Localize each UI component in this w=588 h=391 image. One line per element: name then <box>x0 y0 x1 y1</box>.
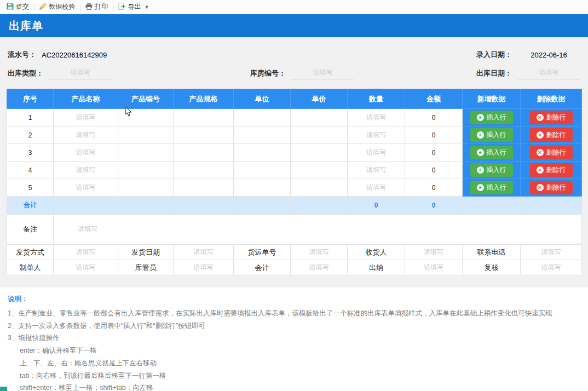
outbound-date-input[interactable]: 请填写 <box>517 68 580 79</box>
freight-no-input[interactable]: 请填写 <box>291 245 348 260</box>
insert-row-button[interactable]: +插入行 <box>470 163 513 177</box>
submit-button[interactable]: 提交 <box>3 1 32 13</box>
reviewer-label: 复核 <box>463 260 521 275</box>
entry-date-field: 录入日期： 2022-06-16 <box>422 50 580 60</box>
table-row: 4 请填写 请填写 0 +插入行 ✕删除行 <box>7 162 582 179</box>
delete-row-button[interactable]: ✕删除行 <box>530 146 573 159</box>
delete-row-label: 删除行 <box>546 113 566 122</box>
amount-cell[interactable]: 0 <box>405 109 463 127</box>
warehouse-no-input[interactable]: 请填写 <box>291 68 354 79</box>
insert-row-button[interactable]: +插入行 <box>470 128 513 142</box>
product-name-cell[interactable]: 请填写 <box>54 144 118 162</box>
validate-button[interactable]: 数据校验 <box>36 1 78 13</box>
instruction-line: 上、下、左、右：顾名思义就是上下左右移动 <box>8 358 580 369</box>
product-name-cell[interactable]: 请填写 <box>54 162 118 179</box>
delete-data-cell: ✕删除行 <box>521 127 582 144</box>
product-name-cell[interactable]: 请填写 <box>54 179 118 197</box>
col-header-product-name: 产品名称 <box>54 89 118 109</box>
reviewer-input[interactable]: 请填写 <box>521 260 582 275</box>
product-spec-cell[interactable] <box>174 127 234 144</box>
phone-input[interactable]: 请填写 <box>521 245 582 260</box>
ship-date-input[interactable]: 请填写 <box>174 245 234 260</box>
delete-row-button[interactable]: ✕删除行 <box>530 128 573 142</box>
product-code-cell[interactable] <box>118 127 174 144</box>
product-spec-cell[interactable] <box>174 179 234 197</box>
export-button[interactable]: 导出 ▼ <box>115 1 152 13</box>
product-spec-cell[interactable] <box>174 162 234 179</box>
cross-icon: ✕ <box>537 131 544 139</box>
outbound-date-field: 出库日期： 请填写 <box>422 68 580 79</box>
unit-price-cell[interactable] <box>291 109 348 127</box>
insert-row-button[interactable]: +插入行 <box>470 146 513 159</box>
consignee-input[interactable]: 请填写 <box>405 245 463 260</box>
title-bar: 出库单 <box>0 14 588 37</box>
product-code-cell[interactable] <box>118 144 174 162</box>
product-code-cell[interactable] <box>118 109 174 127</box>
submit-label: 提交 <box>16 2 29 12</box>
info-table: 发货方式 请填写 发货日期 请填写 货运单号 请填写 收货人 请填写 联系电话 … <box>7 244 582 275</box>
print-button[interactable]: 打印 <box>82 1 111 13</box>
delete-row-label: 删除行 <box>546 165 566 175</box>
validate-icon <box>39 3 47 12</box>
accountant-input[interactable]: 请填写 <box>291 260 348 275</box>
info-row-shipping: 发货方式 请填写 发货日期 请填写 货运单号 请填写 收货人 请填写 联系电话 … <box>7 245 582 260</box>
product-code-cell[interactable] <box>118 162 174 179</box>
unit-price-cell[interactable] <box>291 144 348 162</box>
delete-row-label: 删除行 <box>546 130 566 140</box>
quantity-cell[interactable]: 请填写 <box>348 144 405 162</box>
product-spec-cell[interactable] <box>174 144 234 162</box>
product-name-cell[interactable]: 请填写 <box>54 109 118 127</box>
seq-cell: 4 <box>7 162 54 179</box>
delete-row-label: 删除行 <box>546 148 566 157</box>
insert-row-label: 插入行 <box>487 183 506 192</box>
form-row-1: 流水号： AC20220616142909 录入日期： 2022-06-16 <box>8 48 580 61</box>
product-code-cell[interactable] <box>118 179 174 197</box>
col-header-amount: 金额 <box>405 89 463 109</box>
remark-input[interactable]: 请填写 <box>54 215 581 244</box>
section-gap <box>7 275 581 288</box>
delete-row-button[interactable]: ✕删除行 <box>530 111 573 124</box>
col-header-unit: 单位 <box>234 89 291 109</box>
col-header-delete-data: 删除数据 <box>521 89 582 109</box>
quantity-cell[interactable]: 请填写 <box>348 162 405 179</box>
ship-method-label: 发货方式 <box>7 245 54 260</box>
delete-data-cell: ✕删除行 <box>521 162 582 179</box>
delete-row-button[interactable]: ✕删除行 <box>530 163 573 177</box>
preparer-input[interactable]: 请填写 <box>54 260 118 275</box>
cashier-input[interactable]: 请填写 <box>405 260 463 275</box>
unit-cell[interactable] <box>234 127 291 144</box>
product-spec-cell[interactable] <box>174 109 234 127</box>
unit-price-cell[interactable] <box>291 179 348 197</box>
unit-cell[interactable] <box>234 144 291 162</box>
add-data-cell: +插入行 <box>463 162 521 179</box>
remark-table: 备注 请填写 <box>7 214 581 244</box>
quantity-cell[interactable]: 请填写 <box>348 109 405 127</box>
amount-cell[interactable]: 0 <box>405 162 463 179</box>
total-empty-cell <box>234 197 291 214</box>
unit-price-cell[interactable] <box>291 162 348 179</box>
product-name-cell[interactable]: 请填写 <box>54 127 118 144</box>
unit-cell[interactable] <box>234 162 291 179</box>
toolbar-divider: | <box>79 3 81 11</box>
amount-cell[interactable]: 0 <box>405 144 463 162</box>
unit-cell[interactable] <box>234 179 291 197</box>
outbound-type-input[interactable]: 请填写 <box>49 68 112 79</box>
ship-method-input[interactable]: 请填写 <box>54 245 118 260</box>
seq-cell: 2 <box>7 127 54 144</box>
amount-cell[interactable]: 0 <box>405 127 463 144</box>
toolbar-divider: | <box>112 3 114 11</box>
save-icon <box>7 3 14 12</box>
unit-price-cell[interactable] <box>291 127 348 144</box>
add-data-cell: +插入行 <box>463 179 521 197</box>
total-row: 合计 0 0 <box>7 197 582 214</box>
delete-row-button[interactable]: ✕删除行 <box>530 181 573 194</box>
total-quantity: 0 <box>348 197 405 214</box>
unit-cell[interactable] <box>234 109 291 127</box>
quantity-cell[interactable]: 请填写 <box>348 179 405 197</box>
quantity-cell[interactable]: 请填写 <box>348 127 405 144</box>
insert-row-button[interactable]: +插入行 <box>470 181 513 194</box>
cross-icon: ✕ <box>537 184 544 191</box>
warehouse-keeper-input[interactable]: 请填写 <box>174 260 234 275</box>
amount-cell[interactable]: 0 <box>405 179 463 197</box>
insert-row-button[interactable]: +插入行 <box>470 111 513 124</box>
